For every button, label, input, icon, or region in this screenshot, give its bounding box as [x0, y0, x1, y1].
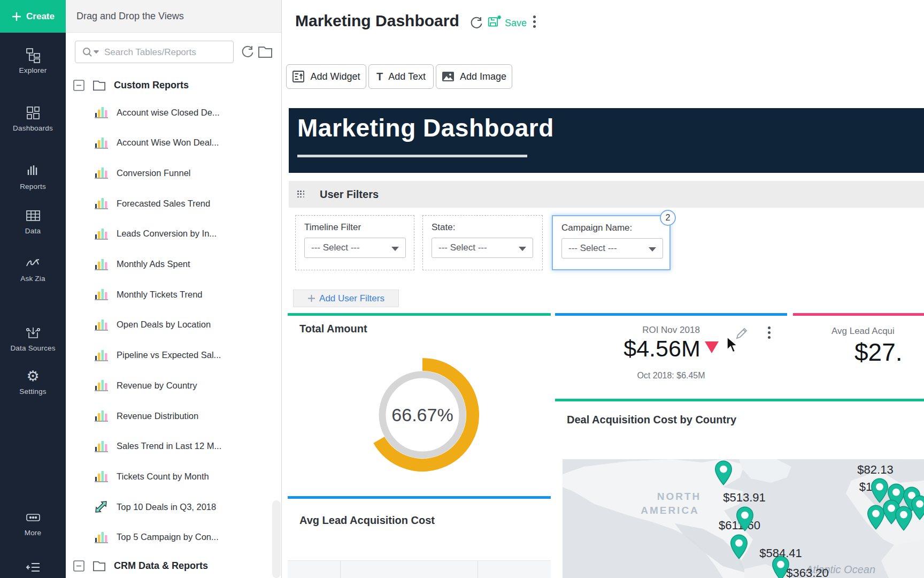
- bar-chart-icon: [94, 469, 109, 484]
- widget-roi[interactable]: ROI Nov 2018 $4.56M Oct 2018: $6.45M: [555, 313, 787, 395]
- add-text-button[interactable]: T Add Text: [368, 64, 434, 89]
- sidebar-item-settings[interactable]: ⚙ Settings: [0, 368, 66, 396]
- add-widget-button[interactable]: Add Widget: [286, 64, 366, 89]
- sidebar-item-more[interactable]: More: [0, 509, 66, 537]
- list-item[interactable]: Top 10 Deals in Q3, 2018: [66, 492, 282, 522]
- list-item[interactable]: Top 5 Campaign by Con...: [66, 522, 282, 552]
- add-user-filters-button[interactable]: Add User Filters: [293, 290, 399, 307]
- list-item[interactable]: Open Deals by Location: [66, 310, 282, 340]
- drag-handle-icon[interactable]: [297, 191, 305, 198]
- list-item[interactable]: Monthly Tickets Trend: [66, 279, 282, 309]
- map-pin-icon[interactable]: [895, 506, 913, 531]
- list-item[interactable]: Conversion Funnel: [66, 158, 282, 188]
- collapse-sidebar-button[interactable]: [0, 559, 66, 578]
- filter-state[interactable]: State: --- Select ---: [422, 215, 543, 270]
- map-pin-icon[interactable]: [714, 460, 733, 485]
- trend-arrow-icon: [94, 499, 109, 514]
- save-button[interactable]: Save: [505, 18, 527, 29]
- tree-node-custom-reports[interactable]: Custom Reports: [73, 76, 189, 94]
- report-label: Tickets Count by Month: [117, 471, 209, 482]
- state-filter-select[interactable]: --- Select ---: [432, 238, 533, 258]
- sidebar-item-data-sources[interactable]: Data Sources: [0, 325, 66, 352]
- minus-checkbox-icon[interactable]: [73, 80, 84, 91]
- timeline-filter-select[interactable]: --- Select ---: [304, 238, 406, 258]
- plus-icon: [11, 11, 22, 22]
- add-image-button[interactable]: Add Image: [436, 64, 512, 89]
- sidebar-item-label: More: [0, 529, 66, 537]
- user-filters-bar[interactable]: User Filters: [289, 181, 924, 208]
- bar-chart-icon: [94, 287, 109, 302]
- sidebar-item-explorer[interactable]: Explorer: [0, 47, 66, 74]
- sidebar-item-label: Explorer: [0, 66, 66, 74]
- data-sources-icon: [25, 325, 41, 341]
- kebab-menu-icon[interactable]: [532, 16, 536, 31]
- report-label: Pipeline vs Expected Sal...: [117, 350, 221, 360]
- minus-checkbox-icon[interactable]: [73, 560, 84, 572]
- trend-down-icon: [705, 341, 719, 353]
- views-panel-title: Drag and Drop the Views: [66, 0, 281, 33]
- list-item[interactable]: Pipeline vs Expected Sal...: [66, 340, 282, 370]
- report-label: Account wise Closed De...: [117, 108, 220, 118]
- widget-title: Avg Lead Acquisition Cost: [299, 514, 435, 527]
- zia-signature-icon: [25, 255, 41, 271]
- bar-chart-icon: [94, 530, 109, 545]
- widget-avg-lead-acquisition-cost[interactable]: Avg Lead Acquisition Cost: [288, 496, 551, 578]
- map-pin-icon[interactable]: [730, 534, 748, 559]
- folder-icon: [92, 79, 106, 92]
- views-panel: Drag and Drop the Views Custom Reports A…: [66, 0, 282, 578]
- widget-kebab-icon[interactable]: [767, 326, 771, 341]
- bar-chart-icon: [94, 105, 109, 120]
- caret-down-icon: [649, 247, 656, 252]
- report-label: Monthly Ads Spent: [117, 259, 190, 269]
- filter-label: Timeline Filter: [304, 222, 361, 233]
- report-label: Account Wise Won Deal...: [117, 138, 219, 148]
- save-icon[interactable]: [488, 14, 502, 28]
- text-icon: T: [376, 71, 383, 83]
- refresh-icon[interactable]: [469, 16, 483, 30]
- map-value-label: $363.20: [786, 566, 829, 578]
- map-pin-icon[interactable]: [867, 505, 885, 530]
- sidebar-item-data[interactable]: Data: [0, 208, 66, 235]
- list-item[interactable]: Leads Conversion by In...: [66, 219, 282, 249]
- widget-accent-bar: [555, 399, 924, 401]
- add-widget-label: Add Widget: [310, 71, 360, 82]
- widget-avg-lead-kpi[interactable]: Avg Lead Acqui $27.: [793, 313, 924, 395]
- search-input[interactable]: [103, 41, 228, 64]
- bar-chart-icon: [94, 408, 109, 423]
- bar-chart-icon: [94, 439, 109, 454]
- panel-scrollbar[interactable]: [272, 500, 281, 578]
- list-item[interactable]: Monthly Ads Spent: [66, 249, 282, 279]
- search-icon[interactable]: [82, 47, 100, 57]
- widget-deal-acquisition-map[interactable]: Deal Acquisition Cost by Country NORTH A…: [555, 399, 924, 578]
- add-widget-icon: [292, 70, 305, 83]
- widget-total-amount[interactable]: Total Amount 66.67%: [288, 313, 551, 492]
- list-item[interactable]: Revenue Distribution: [66, 401, 282, 431]
- list-item[interactable]: Tickets Count by Month: [66, 461, 282, 491]
- filter-campaign-name[interactable]: Campaign Name: --- Select ---: [552, 215, 671, 270]
- map-pin-icon[interactable]: [736, 506, 754, 531]
- campaign-filter-select[interactable]: --- Select ---: [561, 238, 663, 258]
- map-pin-icon[interactable]: [911, 495, 924, 520]
- panel-folder-icon[interactable]: [257, 45, 273, 59]
- sidebar-item-ask-zia[interactable]: Ask Zia: [0, 255, 66, 283]
- list-item[interactable]: Account wise Closed De...: [66, 97, 282, 127]
- bar-chart-icon: [94, 317, 109, 332]
- tree-node-crm-data[interactable]: CRM Data & Reports: [73, 557, 208, 575]
- banner-underline: [297, 155, 527, 157]
- sidebar-item-dashboards[interactable]: Dashboards: [0, 105, 66, 132]
- plus-icon: [307, 294, 315, 302]
- map-canvas[interactable]: NORTH AMERICA Atlantic Ocean $513.91$611…: [563, 459, 924, 578]
- add-image-label: Add Image: [460, 71, 506, 82]
- sidebar-item-label: Reports: [0, 182, 66, 191]
- list-item[interactable]: Account Wise Won Deal...: [66, 128, 282, 158]
- sidebar-item-reports[interactable]: Reports: [0, 163, 66, 191]
- list-item[interactable]: Revenue by Country: [66, 370, 282, 400]
- list-item[interactable]: Forecasted Sales Trend: [66, 188, 282, 218]
- create-button[interactable]: Create: [0, 0, 66, 33]
- list-item[interactable]: Sales Trend in Last 12 M...: [66, 431, 282, 461]
- caret-down-icon: [519, 247, 526, 251]
- panel-refresh-icon[interactable]: [241, 45, 255, 59]
- widget-title: ROI Nov 2018: [555, 325, 787, 336]
- filter-timeline[interactable]: Timeline Filter --- Select ---: [295, 215, 414, 270]
- bar-chart-icon: [94, 257, 109, 272]
